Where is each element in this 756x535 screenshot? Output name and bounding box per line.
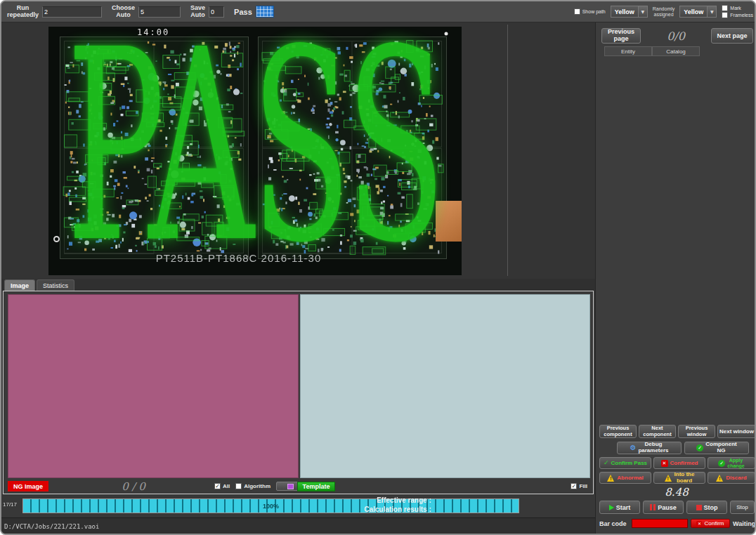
frameless-checkbox[interactable]: Frameless — [722, 12, 753, 18]
barcode-input[interactable] — [632, 519, 688, 528]
tab-statistics[interactable]: Statistics — [37, 279, 74, 291]
all-checkbox[interactable]: ✓ All — [214, 483, 230, 489]
run-repeatedly-input[interactable] — [42, 6, 102, 18]
cycle-time-value: 8.48 — [620, 486, 733, 498]
fill-checkbox[interactable]: ✓ Fill — [571, 483, 587, 489]
mark-label: Mark — [730, 6, 741, 11]
randomly-assigned-label: Randomly assigned — [653, 6, 675, 17]
stop-label: Stop — [704, 504, 718, 511]
debug-parameters-button[interactable]: ⚙ Debugparameters — [617, 442, 682, 454]
mark-frameless-group: Mark Frameless — [722, 5, 753, 18]
confirm-row: ✓ Confirm Pass ✕ Confirmed ✓ Applychange — [599, 457, 755, 469]
job-file-path: D:/VCTA/Jobs/221/221.vaoi — [4, 523, 99, 530]
run-label-line2: repeatedly — [7, 12, 39, 19]
chevron-down-icon[interactable]: ▼ — [707, 6, 716, 17]
color-select-2[interactable]: Yellow ▼ — [679, 6, 717, 18]
main-view-area: 14:00 PASS PT2511B-PT1868C 2016-11-30 — [1, 22, 595, 279]
component-ng-line2: NG — [705, 448, 736, 454]
randomly-label-line2: assigned — [653, 12, 675, 18]
tab-catalog[interactable]: Catalog — [652, 46, 700, 56]
progress-percent-label: 100% — [23, 499, 519, 513]
confirm-ng-button[interactable]: ✕ Confirmed — [653, 457, 705, 469]
previous-window-button[interactable]: Previouswindow — [678, 425, 715, 438]
color-select-1[interactable]: Yellow ▼ — [611, 6, 648, 18]
apply-change-button[interactable]: ✓ Applychange — [708, 457, 755, 469]
tab-image[interactable]: Image — [4, 279, 35, 291]
tab-entity[interactable]: Entity — [604, 46, 652, 56]
choose-label-line2: Auto — [112, 12, 135, 19]
fill-label: Fill — [579, 483, 587, 489]
component-ng-button[interactable]: ✓ ComponentNG — [684, 442, 749, 454]
template-button[interactable]: Template — [297, 482, 335, 491]
run-repeatedly-group: Run repeatedly — [7, 5, 102, 19]
next-component-button[interactable]: Nextcomponent — [639, 425, 676, 438]
save-label-line2: Auto — [190, 12, 205, 19]
discard-label: Discard — [726, 475, 746, 481]
waiting-status-label: Waiting — [733, 520, 755, 527]
show-path-label: Show path — [582, 9, 606, 14]
ng-image-badge: NG Image — [8, 481, 48, 491]
pause-button[interactable]: Pause — [643, 501, 684, 514]
chevron-down-icon[interactable]: ▼ — [638, 6, 647, 17]
pass-status-label: Pass — [234, 8, 252, 16]
next-component-line2: component — [643, 432, 671, 437]
top-toolbar: Run repeatedly Choose Auto Save Auto — [1, 1, 756, 22]
abnormal-button[interactable]: Abnormal — [599, 472, 651, 484]
board-image-view[interactable]: 14:00 PASS PT2511B-PT1868C 2016-11-30 — [48, 27, 462, 275]
start-label: Start — [616, 504, 631, 511]
warning-icon — [665, 475, 672, 482]
check-circle-icon: ✓ — [696, 444, 703, 451]
board-silkscreen-label: PT2511B-PT1868C 2016-11-30 — [156, 252, 322, 264]
check-icon: ✓ — [604, 460, 609, 466]
image-panel-statusstrip: NG Image 0 / 0 ✓ All Algorithm Template … — [4, 480, 593, 493]
previous-component-button[interactable]: Previouscomponent — [599, 425, 637, 438]
debug-row: ⚙ Debugparameters ✓ ComponentNG — [617, 442, 749, 454]
right-panel: Previous page 0/0 Next page Entity Catal… — [595, 22, 756, 535]
choose-auto-input[interactable] — [138, 6, 181, 18]
checkbox-icon — [722, 12, 728, 18]
previous-page-line2: page — [608, 36, 634, 43]
confirm-pass-button[interactable]: ✓ Confirm Pass — [599, 457, 651, 469]
debug-line2: parameters — [638, 448, 668, 454]
next-page-button[interactable]: Next page — [711, 28, 753, 44]
frameless-label: Frameless — [730, 13, 753, 18]
pass-group: Pass — [234, 6, 274, 18]
board-count-label: 17/17 — [3, 501, 17, 508]
board-timestamp: 14:00 — [137, 27, 169, 37]
choose-auto-group: Choose Auto — [112, 5, 181, 19]
discard-button[interactable]: Discard — [708, 472, 755, 484]
algorithm-checkbox[interactable]: Algorithm — [235, 483, 271, 489]
confirm-pass-label: Confirm Pass — [611, 460, 647, 466]
all-label: All — [223, 483, 230, 489]
barcode-confirm-button[interactable]: ✕ Confirm — [691, 519, 730, 528]
stop-button[interactable]: Stop — [686, 501, 727, 514]
save-auto-input[interactable] — [209, 6, 224, 18]
color-select-2-value: Yellow — [680, 8, 707, 15]
checkbox-icon — [722, 5, 728, 11]
fiducial-mark — [53, 236, 60, 242]
status-bar: D:/VCTA/Jobs/221/221.vaoi — [1, 517, 595, 535]
pause-icon — [650, 504, 656, 510]
into-board-line2: board — [674, 478, 695, 484]
color-select-1-value: Yellow — [611, 8, 638, 15]
mark-checkbox[interactable]: Mark — [722, 5, 753, 11]
check-circle-icon: ✓ — [718, 460, 725, 467]
ng-image-viewer[interactable] — [8, 294, 299, 478]
color-swatch-icon — [287, 484, 294, 489]
warning-icon — [716, 475, 724, 482]
run-repeatedly-label: Run repeatedly — [7, 5, 39, 19]
into-the-board-button[interactable]: Into theboard — [653, 472, 705, 484]
previous-page-button[interactable]: Previous page — [601, 28, 641, 44]
pause-label: Pause — [658, 504, 677, 511]
toolbar-left-group: Run repeatedly Choose Auto Save Auto — [1, 5, 274, 19]
stop-state-button[interactable]: Stop — [730, 501, 755, 514]
show-path-checkbox[interactable]: Show path — [574, 8, 606, 15]
gear-icon: ⚙ — [630, 444, 636, 451]
save-auto-label: Save Auto — [190, 5, 205, 19]
barcode-row: Bar code ✕ Confirm Waiting — [599, 519, 755, 528]
template-image-viewer[interactable] — [300, 294, 590, 478]
previous-page-label: Previous page — [608, 29, 634, 43]
pass-pattern-button[interactable] — [256, 6, 274, 18]
start-button[interactable]: Start — [599, 501, 640, 514]
next-window-button[interactable]: Next window — [717, 425, 756, 438]
